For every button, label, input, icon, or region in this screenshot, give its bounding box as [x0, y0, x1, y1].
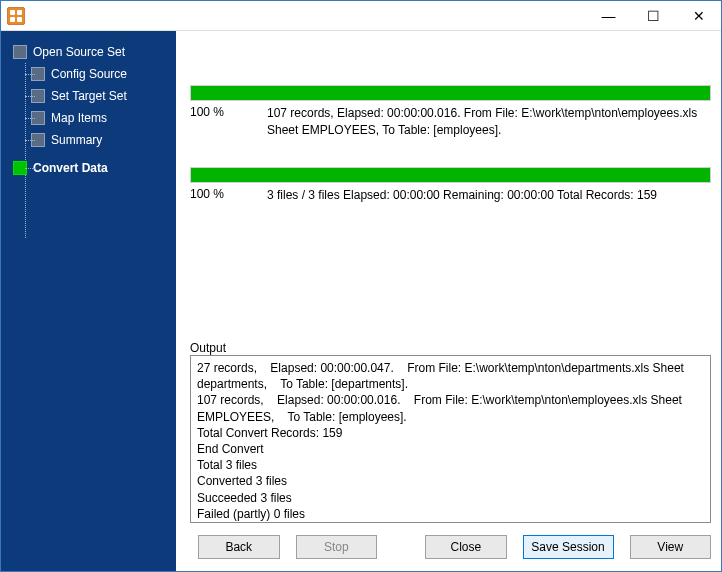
file-progress-details: 107 records, Elapsed: 00:00:00.016. From…: [267, 105, 711, 139]
overall-progress-details: 3 files / 3 files Elapsed: 00:00:00 Rema…: [267, 187, 711, 204]
window-minimize-button[interactable]: —: [586, 1, 631, 31]
overall-progress-percent: 100 %: [190, 187, 245, 201]
progress-section: 100 % 107 records, Elapsed: 00:00:00.016…: [190, 37, 711, 231]
sidebar-item-label: Set Target Set: [51, 89, 127, 103]
sidebar-item-label: Convert Data: [33, 161, 108, 175]
save-session-button[interactable]: Save Session: [523, 535, 614, 559]
window-close-button[interactable]: ✕: [676, 1, 721, 31]
step-box-icon: [13, 45, 27, 59]
overall-progress-bar: [190, 167, 711, 183]
sidebar-item-label: Summary: [51, 133, 102, 147]
titlebar: — ☐ ✕: [1, 1, 721, 31]
file-progress-percent: 100 %: [190, 105, 245, 119]
close-button[interactable]: Close: [425, 535, 507, 559]
file-progress-row: 100 % 107 records, Elapsed: 00:00:00.016…: [190, 105, 711, 139]
step-box-icon: [31, 67, 45, 81]
step-box-icon: [31, 111, 45, 125]
app-window: — ☐ ✕ Open Source Set Config Source Set …: [0, 0, 722, 572]
overall-progress-row: 100 % 3 files / 3 files Elapsed: 00:00:0…: [190, 187, 711, 204]
sidebar-item-label: Map Items: [51, 111, 107, 125]
output-textarea[interactable]: 27 records, Elapsed: 00:00:00.047. From …: [190, 355, 711, 523]
main-panel: 100 % 107 records, Elapsed: 00:00:00.016…: [176, 31, 721, 571]
sidebar-item-config-source[interactable]: Config Source: [7, 63, 170, 85]
sidebar-item-map-items[interactable]: Map Items: [7, 107, 170, 129]
wizard-sidebar: Open Source Set Config Source Set Target…: [1, 31, 176, 571]
step-box-icon: [31, 89, 45, 103]
step-box-icon: [31, 133, 45, 147]
stop-button: Stop: [296, 535, 378, 559]
step-box-icon: [13, 161, 27, 175]
app-grid-icon: [7, 7, 25, 25]
body: Open Source Set Config Source Set Target…: [1, 31, 721, 571]
button-row: Back Stop Close Save Session View: [190, 523, 711, 561]
sidebar-item-label: Config Source: [51, 67, 127, 81]
sidebar-item-summary[interactable]: Summary: [7, 129, 170, 151]
sidebar-item-open-source-set[interactable]: Open Source Set: [7, 41, 170, 63]
file-progress-bar: [190, 85, 711, 101]
output-label: Output: [190, 341, 711, 355]
sidebar-item-label: Open Source Set: [33, 45, 125, 59]
sidebar-item-set-target-set[interactable]: Set Target Set: [7, 85, 170, 107]
sidebar-item-convert-data[interactable]: Convert Data: [7, 157, 170, 179]
window-maximize-button[interactable]: ☐: [631, 1, 676, 31]
back-button[interactable]: Back: [198, 535, 280, 559]
view-button[interactable]: View: [630, 535, 712, 559]
